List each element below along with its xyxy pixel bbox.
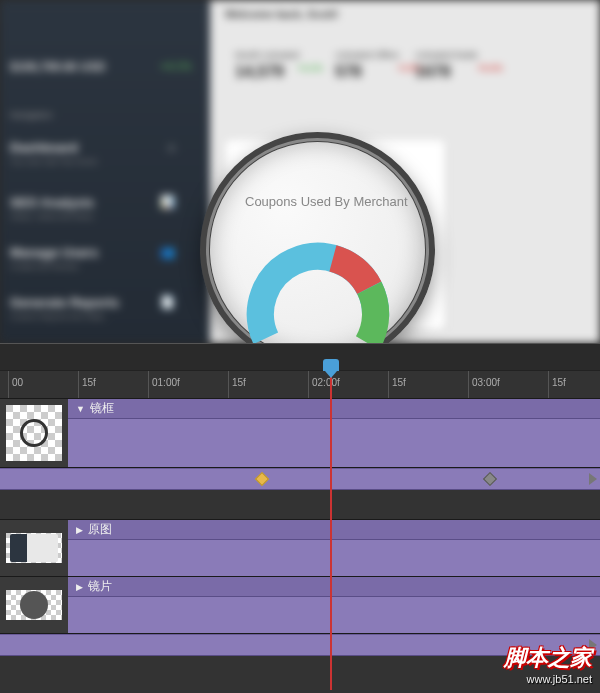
track-label[interactable]: ▶ 原图	[68, 520, 600, 540]
donut-chart	[238, 234, 398, 343]
keyframe-icon[interactable]	[483, 472, 497, 486]
dashboard-thumb-icon	[10, 534, 58, 562]
track-thumbnail	[0, 520, 68, 576]
money-value: $108,789.66 USD	[10, 60, 105, 74]
preview-panel: Welcome back, Scott! $108,789.66 USD +4.…	[0, 0, 600, 343]
track-clip[interactable]	[68, 597, 600, 633]
money-pct: +4.1%	[160, 60, 192, 72]
track-thumbnail	[0, 399, 68, 467]
track-row[interactable]: ▶ 镜片	[0, 577, 600, 634]
track-thumbnail	[0, 577, 68, 633]
nav-label: Navigation	[10, 110, 53, 120]
circle-icon	[20, 591, 48, 619]
chevron-down-icon: ▼	[76, 404, 85, 414]
watermark-text: 脚本之家	[504, 643, 592, 673]
watermark: 脚本之家 www.jb51.net	[504, 643, 592, 685]
timeline-toolbar[interactable]	[0, 343, 600, 371]
ruler-mark: 03:00f	[468, 371, 500, 398]
track-row[interactable]: ▼ 镜框	[0, 399, 600, 468]
keyframe-icon[interactable]	[255, 472, 269, 486]
magnifier-title: Coupons Used By Merchant	[245, 194, 408, 209]
ruler-mark: 15f	[228, 371, 246, 398]
track-name: 镜框	[90, 400, 114, 417]
ruler-mark: 00	[8, 371, 23, 398]
track-spacer	[0, 490, 600, 520]
ruler-mark: 15f	[548, 371, 566, 398]
watermark-url: www.jb51.net	[504, 673, 592, 685]
track-label[interactable]: ▶ 镜片	[68, 577, 600, 597]
track-name: 镜片	[88, 578, 112, 595]
ring-icon	[20, 419, 48, 447]
track-clip[interactable]	[68, 419, 600, 467]
ruler-mark: 15f	[388, 371, 406, 398]
chevron-right-icon: ▶	[76, 582, 83, 592]
track-clip[interactable]	[68, 540, 600, 576]
keyframe-track[interactable]	[0, 468, 600, 490]
track-end-icon	[589, 473, 597, 485]
playhead[interactable]	[330, 370, 332, 690]
timeline-panel: 0015f01:00f15f02:00f15f03:00f15f ▼ 镜框	[0, 343, 600, 693]
track-row[interactable]: ▶ 原图	[0, 520, 600, 577]
track-label[interactable]: ▼ 镜框	[68, 399, 600, 419]
chevron-right-icon: ▶	[76, 525, 83, 535]
track-name: 原图	[88, 521, 112, 538]
ruler-mark: 15f	[78, 371, 96, 398]
welcome-text: Welcome back, Scott!	[225, 8, 590, 23]
timeline-ruler[interactable]: 0015f01:00f15f02:00f15f03:00f15f	[0, 371, 600, 399]
ruler-mark: 01:00f	[148, 371, 180, 398]
